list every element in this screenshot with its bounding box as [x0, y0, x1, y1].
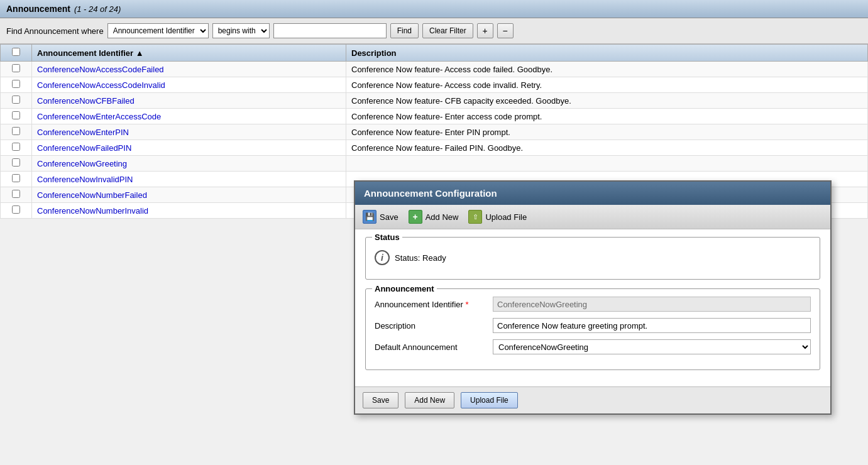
row-description: Conference Now feature- Access code fail…: [346, 62, 868, 77]
row-identifier[interactable]: ConferenceNowNumberFailed: [32, 187, 346, 203]
row-checkbox-cell: [1, 187, 32, 203]
page-title: Announcement: [6, 4, 70, 14]
identifier-link[interactable]: ConferenceNowNumberInvalid: [37, 206, 148, 216]
identifier-link[interactable]: ConferenceNowAccessCodeInvalid: [37, 80, 165, 90]
row-identifier[interactable]: ConferenceNowGreeting: [32, 156, 346, 172]
row-identifier[interactable]: ConferenceNowEnterPIN: [32, 124, 346, 140]
add-filter-button[interactable]: +: [477, 23, 493, 38]
table-row: ConferenceNowAccessCodeInvalid Conferenc…: [1, 77, 868, 93]
row-checkbox-cell: [1, 156, 32, 172]
row-checkbox-cell: [1, 203, 32, 219]
col-checkbox: [1, 45, 32, 62]
config-add-new-button[interactable]: + Add New: [409, 210, 459, 219]
row-checkbox[interactable]: [12, 111, 20, 119]
row-description: Conference Now feature- CFB capacity exc…: [346, 93, 868, 109]
identifier-link[interactable]: ConferenceNowCFBFailed: [37, 96, 135, 106]
filter-field-select[interactable]: Announcement Identifier Description: [107, 23, 209, 38]
identifier-link[interactable]: ConferenceNowEnterAccessCode: [37, 112, 161, 121]
row-identifier[interactable]: ConferenceNowCFBFailed: [32, 93, 346, 109]
identifier-link[interactable]: ConferenceNowEnterPIN: [37, 128, 129, 137]
add-icon: +: [409, 210, 422, 219]
page-header: Announcement (1 - 24 of 24): [0, 0, 868, 18]
row-checkbox[interactable]: [12, 190, 20, 198]
identifier-link[interactable]: ConferenceNowNumberFailed: [37, 190, 147, 200]
config-panel: Announcement Configuration 💾 Save + Add …: [354, 180, 832, 219]
row-checkbox[interactable]: [12, 143, 20, 151]
row-description: Conference Now feature- Enter access cod…: [346, 109, 868, 124]
page-count: (1 - 24 of 24): [74, 4, 121, 14]
select-all-checkbox[interactable]: [12, 48, 20, 56]
table-row: ConferenceNowEnterPIN Conference Now fea…: [1, 124, 868, 140]
row-identifier[interactable]: ConferenceNowFailedPIN: [32, 140, 346, 156]
table-row: ConferenceNowFailedPIN Conference Now fe…: [1, 140, 868, 156]
config-toolbar: 💾 Save + Add New ⇧ Upload File: [355, 205, 830, 219]
find-button[interactable]: Find: [390, 23, 419, 38]
row-checkbox[interactable]: [12, 158, 20, 167]
row-description: [346, 156, 868, 172]
row-identifier[interactable]: ConferenceNowEnterAccessCode: [32, 109, 346, 124]
config-save-button[interactable]: 💾 Save: [363, 210, 398, 219]
upload-icon: ⇧: [468, 210, 482, 219]
row-checkbox-cell: [1, 109, 32, 124]
table-row: ConferenceNowEnterAccessCode Conference …: [1, 109, 868, 124]
row-checkbox[interactable]: [12, 127, 20, 135]
identifier-link[interactable]: ConferenceNowFailedPIN: [37, 143, 131, 153]
table-row: ConferenceNowGreeting: [1, 156, 868, 172]
filter-bar: Find Announcement where Announcement Ide…: [0, 18, 868, 44]
row-checkbox-cell: [1, 93, 32, 109]
row-description: Conference Now feature- Access code inva…: [346, 77, 868, 93]
col-description: Description: [346, 45, 868, 62]
config-upload-button[interactable]: ⇧ Upload File: [468, 210, 527, 219]
config-panel-title: Announcement Configuration: [364, 188, 497, 199]
col-identifier[interactable]: Announcement Identifier ▲: [32, 45, 346, 62]
row-checkbox[interactable]: [12, 96, 20, 104]
identifier-link[interactable]: ConferenceNowGreeting: [37, 159, 127, 168]
save-icon: 💾: [363, 210, 376, 219]
identifier-link[interactable]: ConferenceNowInvalidPIN: [37, 175, 133, 184]
row-identifier[interactable]: ConferenceNowNumberInvalid: [32, 203, 346, 219]
remove-filter-button[interactable]: −: [497, 23, 514, 38]
row-checkbox-cell: [1, 172, 32, 187]
row-description: Conference Now feature- Failed PIN. Good…: [346, 140, 868, 156]
row-identifier[interactable]: ConferenceNowAccessCodeFailed: [32, 62, 346, 77]
row-description: Conference Now feature- Enter PIN prompt…: [346, 124, 868, 140]
filter-condition-select[interactable]: begins with contains ends with is exactl…: [212, 23, 270, 38]
filter-label: Find Announcement where: [6, 26, 104, 36]
row-checkbox-cell: [1, 140, 32, 156]
row-identifier[interactable]: ConferenceNowInvalidPIN: [32, 172, 346, 187]
row-checkbox[interactable]: [12, 205, 20, 214]
table-row: ConferenceNowCFBFailed Conference Now fe…: [1, 93, 868, 109]
row-identifier[interactable]: ConferenceNowAccessCodeInvalid: [32, 77, 346, 93]
row-checkbox[interactable]: [12, 80, 20, 88]
row-checkbox[interactable]: [12, 174, 20, 182]
table-row: ConferenceNowAccessCodeFailed Conference…: [1, 62, 868, 77]
row-checkbox[interactable]: [12, 64, 20, 72]
clear-filter-button[interactable]: Clear Filter: [422, 23, 473, 38]
filter-value-input[interactable]: [273, 23, 387, 38]
row-checkbox-cell: [1, 62, 32, 77]
config-panel-header: Announcement Configuration: [355, 182, 830, 205]
row-checkbox-cell: [1, 124, 32, 140]
row-checkbox-cell: [1, 77, 32, 93]
identifier-link[interactable]: ConferenceNowAccessCodeFailed: [37, 65, 164, 74]
